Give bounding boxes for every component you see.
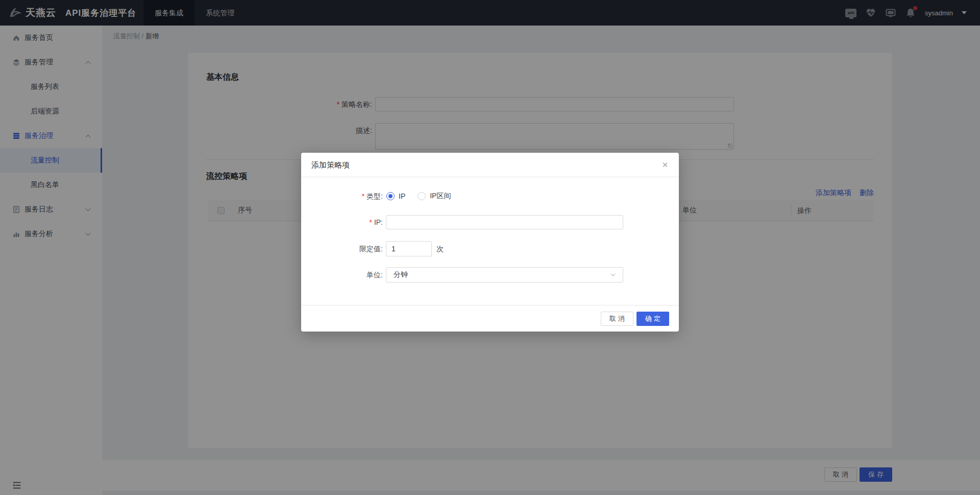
- modal-footer: 取消 确定: [301, 305, 679, 332]
- modal-ok-button[interactable]: 确定: [636, 312, 669, 326]
- unit-label: 单位:: [301, 267, 383, 282]
- limit-unit-suffix: 次: [436, 241, 444, 256]
- required-mark: *: [369, 218, 372, 226]
- type-label: *类型:: [301, 189, 383, 203]
- radio-selected-icon: [386, 192, 395, 200]
- modal-title: 添加策略项: [301, 153, 679, 177]
- unit-select[interactable]: 分钟: [386, 267, 623, 282]
- add-policy-item-modal: 添加策略项 ✕ *类型: IP IP区间 *IP: 限定值: 次: [301, 153, 679, 332]
- ip-input[interactable]: [386, 215, 623, 229]
- radio-ip[interactable]: IP: [386, 192, 405, 200]
- limit-label: 限定值:: [301, 241, 383, 256]
- radio-ip-range[interactable]: IP区间: [418, 192, 451, 201]
- type-radio-group: IP IP区间: [386, 189, 451, 203]
- unit-select-value: 分钟: [394, 270, 408, 279]
- chevron-down-icon: [610, 272, 616, 277]
- modal-cancel-button[interactable]: 取消: [601, 312, 633, 326]
- required-mark: *: [362, 192, 364, 200]
- limit-value-input[interactable]: [386, 241, 432, 256]
- ip-label: *IP:: [301, 215, 383, 229]
- close-icon[interactable]: ✕: [651, 153, 679, 177]
- radio-unselected-icon: [418, 192, 426, 200]
- app-root: 天燕云 API服务治理平台 服务集成 系统管理 API: [0, 0, 980, 495]
